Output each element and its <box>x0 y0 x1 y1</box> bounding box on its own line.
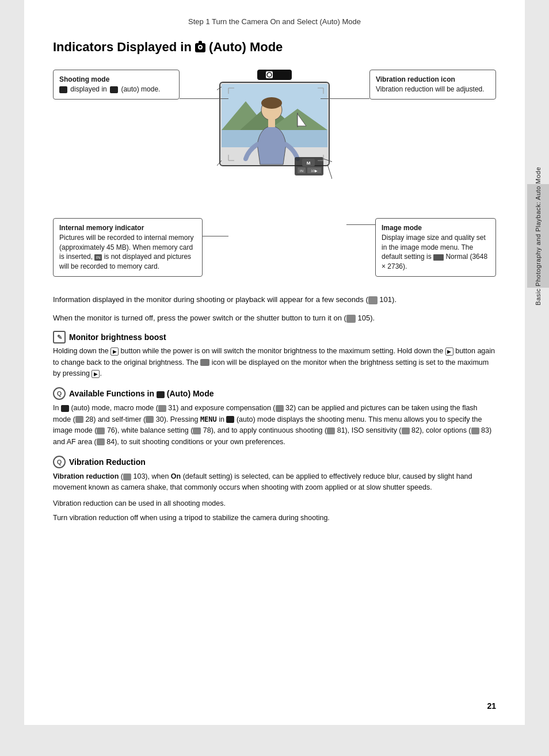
connector-line-tl <box>180 98 228 99</box>
functions-header: Q Available Functions in (Auto) Mode <box>53 387 496 400</box>
svg-text:M: M <box>307 161 311 166</box>
connector-line-bl <box>203 236 228 236</box>
page-number: 21 <box>487 701 496 711</box>
sidebar-text: Basic Photography and Playback: Auto Mod… <box>535 167 542 306</box>
callout-tr-title: Vibration reduction icon <box>376 75 490 85</box>
sidebar-tab: Basic Photography and Playback: Auto Mod… <box>527 184 549 288</box>
callout-image-mode: Image mode Display image size and qualit… <box>375 218 496 277</box>
svg-text:10▶: 10▶ <box>311 169 318 173</box>
callout-shooting-mode: Shooting mode displayed in (auto) mode. <box>53 70 180 100</box>
note-monitor-brightness: ✎ Monitor brightness boost Holding down … <box>53 331 496 379</box>
diagram-section: Shooting mode displayed in (auto) mode. … <box>53 64 496 282</box>
callout-tr-body: Vibration reduction will be adjusted. <box>376 85 490 94</box>
camera-illustration: M IN 10▶ <box>217 70 332 208</box>
callout-bl-title: Internal memory indicator <box>59 223 196 233</box>
svg-rect-0 <box>257 70 292 80</box>
svg-rect-13 <box>268 119 275 127</box>
callout-tl-body: displayed in (auto) mode. <box>59 85 173 94</box>
note-title: Monitor brightness boost <box>69 333 166 342</box>
connector-line-br <box>346 224 375 225</box>
connector-line-tr <box>321 98 369 99</box>
vibration-body-2: Vibration reduction can be used in all s… <box>53 498 496 509</box>
note-icon: ✎ <box>53 331 66 343</box>
subsection-available-functions: Q Available Functions in (Auto) Mode In … <box>53 387 496 448</box>
subsection-vibration-reduction: Q Vibration Reduction Vibration reductio… <box>53 456 496 524</box>
svg-text:IN: IN <box>300 169 303 173</box>
callout-internal-memory: Internal memory indicator Pictures will … <box>53 218 203 277</box>
info-para-2: When the monitor is turned off, press th… <box>53 312 496 324</box>
vibration-body-3: Turn vibration reduction off when using … <box>53 513 496 524</box>
info-para-1: Information displayed in the monitor dur… <box>53 294 496 306</box>
functions-icon: Q <box>53 387 66 400</box>
functions-body: In (auto) mode, macro mode ( 31) and exp… <box>53 403 496 448</box>
svg-line-32 <box>327 165 332 179</box>
functions-title: Available Functions in (Auto) Mode <box>69 389 214 398</box>
callout-vibration-icon: Vibration reduction icon Vibration reduc… <box>369 70 496 100</box>
vibration-header: Q Vibration Reduction <box>53 456 496 468</box>
svg-point-12 <box>261 97 282 109</box>
callout-bl-body: Pictures will be recorded to internal me… <box>59 233 196 272</box>
note-body: Holding down the ▶ button while the powe… <box>53 346 496 379</box>
header-text: Step 1 Turn the Camera On and Select (Au… <box>188 17 361 26</box>
vibration-icon: Q <box>53 456 66 468</box>
vibration-body-1: Vibration reduction ( 103), when On (def… <box>53 471 496 494</box>
note-header: ✎ Monitor brightness boost <box>53 331 496 343</box>
page-header: Step 1 Turn the Camera On and Select (Au… <box>53 17 496 29</box>
callout-br-title: Image mode <box>382 223 490 233</box>
vibration-title: Vibration Reduction <box>69 457 146 467</box>
section-title: Indicators Displayed in (Auto) Mode <box>53 40 496 55</box>
callout-br-body: Display image size and quality set in th… <box>382 233 490 272</box>
callout-tl-title: Shooting mode <box>59 75 173 85</box>
